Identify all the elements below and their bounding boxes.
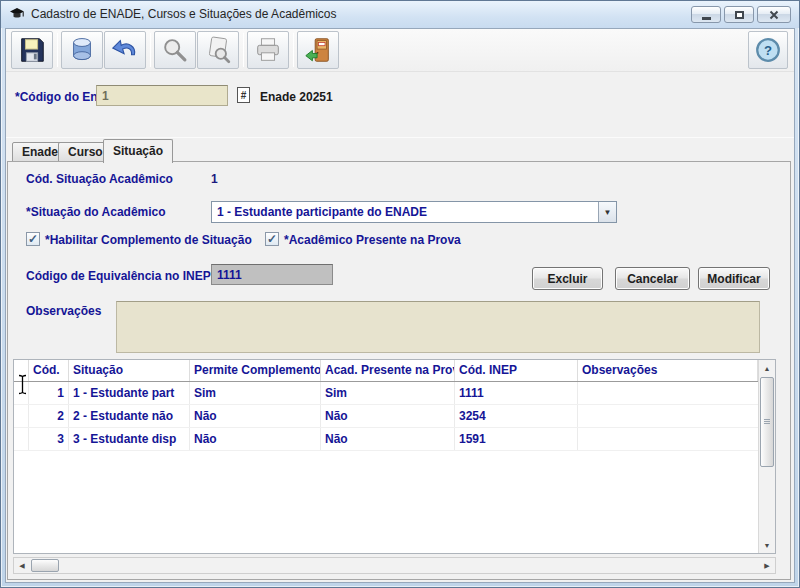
academico-presente-label: *Acadêmico Presente na Prova [284, 233, 461, 247]
horizontal-scroll-thumb[interactable] [31, 559, 59, 572]
maximize-button[interactable] [724, 6, 754, 23]
table-row[interactable]: 11 - Estudante partSimSim1111 [14, 382, 758, 405]
table-cell: 3 [29, 428, 69, 450]
records-table: Cód.SituaçãoPermite ComplementoAcad. Pre… [13, 359, 776, 554]
chevron-down-icon[interactable]: ▼ [598, 202, 616, 222]
inep-label: Código de Equivalência no INEP [26, 269, 211, 283]
minimize-icon [702, 17, 711, 20]
toolbar-separator [57, 33, 58, 67]
habilitar-complemento-checkbox[interactable]: ✓ [26, 232, 40, 246]
scroll-up-button[interactable]: ▲ [759, 360, 775, 376]
search-icon [160, 35, 190, 65]
academico-presente-checkbox[interactable]: ✓ [265, 232, 279, 246]
table-cell [578, 405, 758, 427]
scroll-grip-icon [764, 419, 770, 425]
titlebar: Cadastro de ENADE, Cursos e Situações de… [1, 1, 799, 28]
column-header[interactable]: Acad. Presente na Prova [321, 360, 455, 381]
exit-icon [303, 35, 333, 65]
save-button[interactable] [11, 31, 53, 69]
table-cell: Não [190, 405, 321, 427]
exit-button[interactable] [297, 31, 339, 69]
scroll-left-button[interactable]: ◀ [14, 558, 30, 573]
search-button[interactable] [154, 31, 196, 69]
column-header[interactable]: Observações [578, 360, 758, 381]
table-cell: 2 [29, 405, 69, 427]
search-document-icon [203, 35, 233, 65]
minimize-button[interactable] [691, 6, 721, 23]
cancelar-button[interactable]: Cancelar [615, 267, 690, 290]
situacao-academico-label: *Situação do Acadêmico [26, 205, 166, 219]
svg-text:#: # [241, 90, 247, 101]
cod-situacao-value: 1 [211, 172, 218, 186]
maximize-icon [735, 11, 744, 19]
search-document-button[interactable] [197, 31, 239, 69]
vertical-scroll-thumb[interactable] [760, 377, 774, 467]
table-cell: Não [190, 428, 321, 450]
table-row[interactable]: 22 - Estudante nãoNãoNão3254 [14, 405, 758, 428]
habilitar-complemento-label: *Habilitar Complemento de Situação [45, 233, 252, 247]
window-controls [691, 6, 791, 23]
app-window: Cadastro de ENADE, Cursos e Situações de… [0, 0, 800, 588]
table-cell [578, 428, 758, 450]
table-cell: Sim [321, 382, 455, 404]
table-cell: 1 [29, 382, 69, 404]
table-cell [578, 382, 758, 404]
print-button[interactable] [247, 31, 289, 69]
table-header-row: Cód.SituaçãoPermite ComplementoAcad. Pre… [14, 360, 758, 382]
inep-input[interactable] [211, 264, 333, 285]
horizontal-scrollbar[interactable]: ◀ ▶ [13, 557, 776, 574]
close-button[interactable] [757, 6, 791, 23]
grid-body: 11 - Estudante partSimSim111122 - Estuda… [14, 382, 758, 451]
excluir-button[interactable]: Excluir [532, 267, 603, 290]
database-icon [67, 35, 97, 65]
toolbar-separator [293, 33, 294, 67]
print-icon [253, 35, 283, 65]
codigo-enade-input[interactable] [96, 85, 228, 106]
observacoes-textarea[interactable] [116, 301, 760, 353]
tab-panel-situacao: Cód. Situação Acadêmico 1 *Situação do A… [7, 161, 791, 580]
save-icon [17, 35, 47, 65]
window-title: Cadastro de ENADE, Cursos e Situações de… [31, 7, 336, 21]
graduation-cap-icon [9, 6, 25, 22]
table-row[interactable]: 33 - Estudante dispNãoNão1591 [14, 428, 758, 451]
close-icon [769, 10, 779, 20]
table-cell: 1591 [455, 428, 578, 450]
column-header[interactable]: Cód. [29, 360, 69, 381]
client-area: ? *Código do Enade # Enade 20251 Enade C… [5, 28, 795, 583]
scroll-right-button[interactable]: ▶ [759, 558, 775, 573]
enade-year-label: Enade 20251 [260, 90, 333, 104]
vertical-scrollbar[interactable]: ▲ ▼ [758, 360, 775, 553]
column-header[interactable]: Situação [69, 360, 190, 381]
situacao-selected-value: 1 - Estudante participante do ENADE [212, 205, 598, 219]
database-button[interactable] [61, 31, 103, 69]
help-button[interactable]: ? [748, 31, 788, 69]
table-cell: 3 - Estudante disp [69, 428, 190, 450]
ibeam-cursor [17, 374, 28, 399]
scroll-down-button[interactable]: ▼ [759, 537, 775, 553]
table-cell: Não [321, 428, 455, 450]
observacoes-label: Observações [26, 304, 101, 318]
cod-situacao-label: Cód. Situação Acadêmico [26, 172, 173, 186]
help-icon: ? [753, 35, 783, 65]
svg-text:?: ? [764, 43, 772, 58]
toolbar-separator [243, 33, 244, 67]
header-separator [6, 137, 794, 138]
toolbar: ? [6, 29, 794, 72]
tab-situacao[interactable]: Situação [103, 139, 173, 163]
undo-icon [110, 35, 140, 65]
modificar-button[interactable]: Modificar [698, 267, 770, 290]
column-header[interactable]: Permite Complemento [190, 360, 321, 381]
table-cell: 2 - Estudante não [69, 405, 190, 427]
table-cell: Sim [190, 382, 321, 404]
table-cell: 3254 [455, 405, 578, 427]
column-header[interactable]: Cód. INEP [455, 360, 578, 381]
table-cell: 1 - Estudante part [69, 382, 190, 404]
grid-content: Cód.SituaçãoPermite ComplementoAcad. Pre… [14, 360, 758, 553]
undo-button[interactable] [104, 31, 146, 69]
number-document-icon: # [235, 86, 252, 104]
table-cell: Não [321, 405, 455, 427]
toolbar-separator [150, 33, 151, 67]
table-cell: 1111 [455, 382, 578, 404]
situacao-select[interactable]: 1 - Estudante participante do ENADE ▼ [211, 201, 617, 223]
